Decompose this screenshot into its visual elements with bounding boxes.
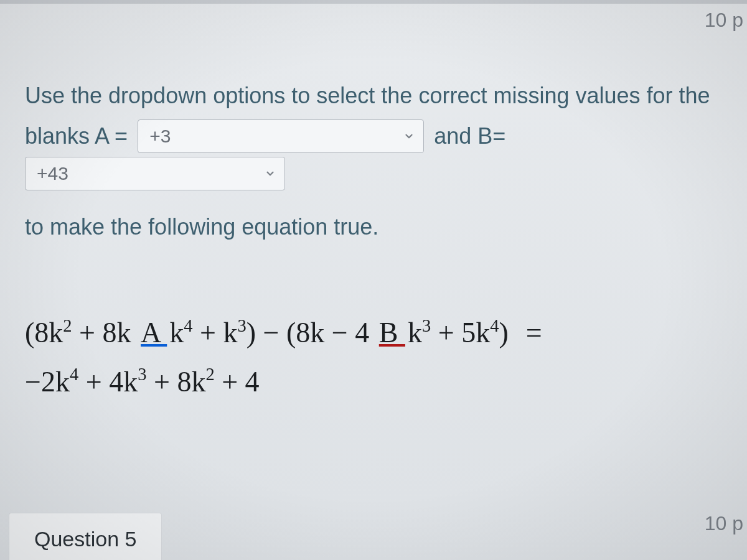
next-question-label: Question 5: [34, 527, 136, 551]
eq-sup: 2: [205, 365, 214, 384]
blank-b-placeholder: B: [377, 317, 408, 348]
blank-a-placeholder: A: [138, 317, 169, 348]
eq-sup: 3: [422, 316, 431, 335]
blanks-line: blanks A = +3 and B= +43: [25, 119, 722, 190]
eq-sup: 4: [184, 316, 192, 335]
next-question-header: Question 5: [9, 513, 162, 560]
eq-text: −2: [25, 366, 55, 398]
points-label-top: 10 p: [705, 9, 743, 32]
eq-var-k: k: [169, 317, 184, 348]
eq-text: + 4: [78, 366, 123, 398]
dropdown-b-value: +43: [37, 163, 265, 184]
eq-var-k: k: [49, 317, 63, 348]
eq-text: +: [193, 317, 223, 348]
eq-var-k: k: [408, 317, 422, 348]
eq-sup: 4: [70, 365, 78, 384]
eq-text: + 4: [215, 366, 260, 398]
eq-var-k: k: [223, 317, 237, 348]
eq-text: + 5: [431, 317, 476, 348]
dropdown-a-value: +3: [149, 126, 403, 147]
eq-var-k: k: [123, 366, 138, 398]
equation-line-2: −2k4 + 4k3 + 8k2 + 4: [25, 358, 722, 406]
dropdown-a[interactable]: +3: [138, 119, 424, 153]
eq-sup: 3: [138, 365, 146, 384]
blanks-prefix-text: blanks A =: [25, 123, 134, 149]
eq-sup: 2: [63, 316, 72, 335]
eq-var-k: k: [310, 317, 324, 348]
points-label-bottom: 10 p: [705, 512, 743, 535]
eq-text: (8: [25, 317, 49, 348]
top-edge-decorative: [0, 0, 747, 4]
quiz-page: 10 p Use the dropdown options to select …: [0, 0, 747, 560]
eq-var-k: k: [191, 366, 205, 398]
eq-sup: 3: [237, 316, 246, 335]
question-body: Use the dropdown options to select the c…: [0, 0, 747, 431]
followup-text: to make the following equation true.: [25, 214, 722, 240]
eq-var-k: k: [476, 317, 490, 348]
eq-text: + 8: [146, 366, 191, 398]
chevron-down-icon: [403, 131, 415, 142]
eq-text: ): [499, 317, 508, 348]
eq-text: ) − (8: [247, 317, 311, 348]
instruction-text-line1: Use the dropdown options to select the c…: [25, 75, 722, 117]
eq-sup: 4: [490, 316, 499, 335]
eq-text: − 4: [324, 317, 376, 348]
and-b-text: and B=: [428, 123, 512, 149]
eq-var-k: k: [55, 366, 70, 398]
equation-block: (8k2 + 8k A k4 + k3) − (8k − 4 B k3 + 5k…: [25, 309, 722, 406]
equation-line-1: (8k2 + 8k A k4 + k3) − (8k − 4 B k3 + 5k…: [25, 309, 722, 357]
chevron-down-icon: [265, 168, 276, 179]
dropdown-b[interactable]: +43: [25, 157, 285, 190]
eq-equals: =: [526, 317, 542, 348]
eq-text: + 8k: [72, 317, 138, 348]
